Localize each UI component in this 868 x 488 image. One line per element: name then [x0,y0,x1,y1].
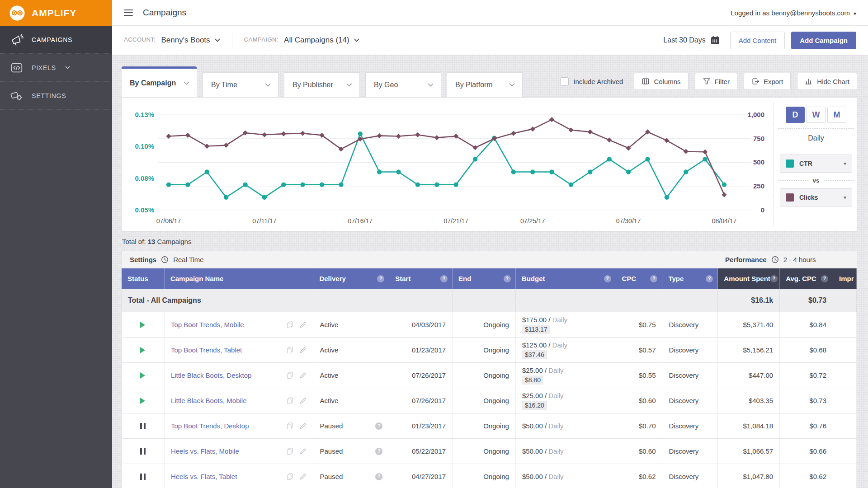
summary-prefix: Total of: [122,238,146,245]
cell-value: $1,084.18 [743,422,773,430]
column-header-label: End [458,275,471,282]
sidebar-item-pixels[interactable]: PIXELS [0,54,112,82]
pencil-icon[interactable] [299,372,307,379]
cell-value: Ongoing [483,321,509,328]
column-header-campaign-name[interactable]: Campaign Name [165,268,314,289]
help-icon[interactable]: ? [504,275,511,282]
columns-button[interactable]: Columns [634,73,688,90]
column-header-status[interactable]: Status [122,268,165,289]
campaigns-table: Settings Real Time Performance 2 - 4 hou… [121,251,857,488]
campaign-name-link[interactable]: Little Black Boots, Desktop [171,371,251,379]
top-bar: Campaigns Logged in as benny@bennysboots… [112,0,868,26]
metric-2-select[interactable]: Clicks ▾ [780,188,852,206]
pause-icon[interactable] [140,448,146,455]
play-icon[interactable] [140,398,145,404]
campaign-selector[interactable]: All Campaigns (14) [284,36,359,45]
help-icon[interactable]: ? [375,448,382,455]
filter-button[interactable]: Filter [695,73,737,90]
help-icon[interactable]: ? [650,275,657,282]
row-actions [286,422,307,430]
column-header-end[interactable]: End? [453,268,516,289]
copy-icon[interactable] [286,371,294,379]
campaign-name-link[interactable]: Little Black Boots, Mobile [171,397,247,404]
copy-icon[interactable] [286,447,294,455]
tab-by-platform[interactable]: By Platform [447,72,523,97]
tab-by-publisher[interactable]: By Publisher [284,72,360,97]
svg-text:07/06/17: 07/06/17 [156,217,181,225]
include-archived-checkbox[interactable] [560,77,569,86]
cell-start: 01/23/2017 [389,413,453,438]
ctr-color-swatch [786,160,794,168]
pencil-icon[interactable] [299,448,307,455]
granularity-monthly-button[interactable]: M [827,107,846,123]
column-header-avg-cpc[interactable]: Avg. CPC? [780,268,833,289]
pencil-icon[interactable] [299,347,307,354]
campaign-name-link[interactable]: Top Boot Trends, Tablet [171,346,242,354]
column-header-impr[interactable]: Impr [833,268,857,289]
cell-status [122,413,165,438]
play-icon[interactable] [140,372,145,379]
sidebar-item-campaigns[interactable]: CAMPAIGNS [0,26,112,54]
history-clock-icon [771,256,779,263]
column-header-start[interactable]: Start? [389,268,453,289]
copy-icon[interactable] [286,473,294,480]
copy-icon[interactable] [286,346,294,354]
date-range-picker[interactable]: Last 30 Days [663,35,720,45]
campaign-name-link[interactable]: Top Boot Trends, Mobile [171,321,244,328]
tab-by-campaign[interactable]: By Campaign [121,66,197,97]
help-icon[interactable]: ? [377,275,384,282]
sidebar-item-settings[interactable]: SETTINGS [0,82,112,110]
pencil-icon[interactable] [299,473,307,480]
row-actions [286,473,307,480]
pencil-icon[interactable] [299,321,307,328]
export-button[interactable]: Export [744,73,791,90]
cell-avg_cpc: $0.68 [780,338,833,362]
play-icon[interactable] [140,347,145,353]
svg-text:07/25/17: 07/25/17 [520,217,545,225]
granularity-daily-button[interactable]: D [786,107,805,123]
add-content-button[interactable]: Add Content [730,32,785,49]
help-icon[interactable]: ? [440,275,448,282]
summary-count: 13 [148,238,156,245]
pencil-icon[interactable] [299,397,307,404]
help-icon[interactable]: ? [821,275,828,282]
campaign-name-link[interactable]: Heels vs. Flats, Tablet [171,473,237,480]
help-icon[interactable]: ? [706,275,713,282]
include-archived-toggle[interactable]: Include Archived [560,77,623,86]
cell-budget: $25.00 / Daily$8.80 [516,363,616,388]
help-icon[interactable]: ? [770,275,778,282]
column-header-budget[interactable]: Budget? [516,268,616,289]
code-icon [10,61,24,75]
column-header-cpc[interactable]: CPC? [616,268,663,289]
account-selector[interactable]: Benny's Boots [161,36,220,45]
hide-chart-button[interactable]: Hide Chart [797,73,857,90]
metric-1-select[interactable]: CTR ▾ [780,155,852,173]
play-icon[interactable] [140,322,145,328]
column-header-type[interactable]: Type? [662,268,718,289]
cell-cpc: $0.57 [616,338,663,362]
help-icon[interactable]: ? [375,422,382,430]
granularity-weekly-button[interactable]: W [807,107,826,123]
svg-text:0.05%: 0.05% [135,206,154,214]
user-menu[interactable]: Logged in as benny@bennysboots.com▾ [731,9,856,17]
campaign-name-link[interactable]: Top Boot Trends, Desktop [171,422,249,430]
help-icon[interactable]: ? [375,473,382,480]
cell-value: $0.60 [639,447,656,455]
menu-icon[interactable] [124,9,133,16]
pencil-icon[interactable] [299,422,307,430]
tab-by-time[interactable]: By Time [203,72,278,97]
tab-by-geo[interactable]: By Geo [365,72,441,97]
campaign-name-link[interactable]: Heels vs. Flats, Mobile [171,447,239,455]
total-row: Total - All Campaigns$16.1k$0.73 [122,289,857,312]
help-icon[interactable]: ? [604,275,611,282]
copy-icon[interactable] [286,422,294,430]
add-campaign-button[interactable]: Add Campaign [791,32,856,49]
pause-icon[interactable] [140,423,146,429]
copy-icon[interactable] [286,397,294,404]
pause-icon[interactable] [140,474,146,480]
chevron-down-icon [509,83,515,87]
column-header-amount-spent[interactable]: Amount Spent? [718,268,780,289]
copy-icon[interactable] [286,321,294,328]
budget-value: $175.00 / Daily [522,316,567,324]
column-header-delivery[interactable]: Delivery? [313,268,389,289]
